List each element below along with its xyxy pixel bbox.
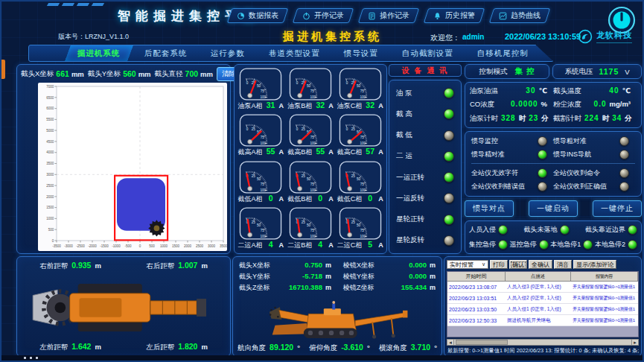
alarm-status-bar: 最新报警: 0->1测量值1 时间 2022/06/23 13: 报警统计: 0…	[447, 347, 639, 355]
one-key-start-button[interactable]: 一键启动	[529, 200, 578, 217]
stat-item: 油泵油温30℃	[470, 86, 553, 96]
tab-7[interactable]: 自移机尾控制	[465, 45, 541, 61]
comm-label: 截 低	[396, 130, 412, 140]
nav-alarm-button[interactable]: 历史报警	[424, 8, 485, 23]
comm-item: 油 泵	[396, 88, 454, 98]
scroll-thumb[interactable]	[456, 340, 508, 345]
system-voltage-label: 系统电压	[564, 67, 593, 77]
alarm-mode-value: 实时报警	[450, 261, 474, 269]
coordinate-label: 棱镜Z坐标	[343, 283, 374, 293]
svg-text:3000: 3000	[46, 173, 54, 177]
table-row[interactable]: 2022/06/23 13:08:07人员入侵3 (0正常, 1入侵)开关量报警…	[447, 282, 638, 293]
system-voltage-value: 1175	[599, 67, 619, 76]
alarm-toolbar: 实时报警 ∨ 打印确认全确认消音显示/添加评论	[447, 259, 639, 270]
tab-2[interactable]: 后配套系统	[132, 45, 200, 61]
nav-button-label: 开停记录	[314, 10, 344, 21]
current-gauges-panel: 0255075100油泵A相31A0255075100油泵B相32A025507…	[234, 64, 387, 254]
comm-label: 星轮正转	[396, 215, 424, 224]
control-mode-label: 控制模式	[479, 67, 508, 77]
scroll-right-arrow[interactable]: ►	[631, 340, 638, 345]
alarm-toolbar-button-1[interactable]: 打印	[490, 260, 508, 269]
safety-item: 本地急停2	[595, 240, 637, 250]
svg-text:0: 0	[246, 127, 249, 131]
oplog-icon	[368, 12, 376, 20]
gauge-11: 0255075100二运B相4A	[286, 206, 336, 252]
section-divider	[471, 163, 635, 164]
coordinate-label: 棱镜Y坐标	[343, 272, 374, 282]
svg-text:1500: 1500	[46, 206, 54, 209]
tab-5[interactable]: 惯导设置	[331, 45, 391, 61]
safety-label: 集控急停	[469, 240, 496, 250]
svg-text:3500: 3500	[220, 244, 227, 248]
tab-6[interactable]: 自动截割设置	[389, 45, 466, 61]
gauge-value: 4	[266, 240, 276, 249]
nav-status-item: 惯导INS导航	[553, 150, 635, 159]
angle-label: 航向角度	[237, 343, 266, 353]
status-led	[538, 136, 547, 146]
svg-text:75: 75	[360, 89, 364, 93]
nav-button-label: 历史报警	[445, 10, 475, 21]
gauge-caption: 油泵B相32A	[287, 101, 334, 111]
svg-text:1000: 1000	[46, 217, 54, 220]
gauge-dial: 0255075100	[239, 161, 282, 194]
svg-text:5500: 5500	[46, 118, 54, 121]
distance-label: 右后距帮	[146, 261, 174, 271]
coordinate-unit: m	[430, 261, 436, 269]
table-row[interactable]: 2022/06/23 13:03:50人员入侵1 (0正常, 1入侵)开关量报警…	[447, 304, 638, 315]
alarm-toolbar-button-3[interactable]: 全确认	[529, 260, 552, 269]
gauge-dial: 0255075100	[239, 68, 282, 101]
field-unit: mm	[71, 70, 84, 78]
gauge-caption: 油泵C相32A	[337, 101, 383, 111]
tab-4[interactable]: 巷道类型设置	[256, 45, 333, 61]
nav-trend-button[interactable]: 趋势曲线	[489, 8, 550, 23]
svg-text:2500: 2500	[46, 184, 54, 188]
stat-value: 0.0000	[511, 100, 538, 108]
alarm-toolbar-button-2[interactable]: 确认	[509, 260, 527, 269]
svg-text:50: 50	[357, 223, 361, 227]
gauge-value: 32	[315, 101, 325, 109]
nav-runlog-button[interactable]: 开停记录	[293, 8, 354, 23]
control-status-panel: 控制模式 集 控 系统电压 1175 V 油泵油温30℃截头温度40℃CO浓度0…	[465, 64, 642, 254]
alarm-table-hscrollbar[interactable]: ◄ ►	[447, 339, 639, 346]
svg-text:500: 500	[149, 244, 155, 248]
nav-status-label: 惯导精对准	[471, 150, 505, 159]
alarm-toolbar-button-5[interactable]: 显示/添加评论	[573, 260, 616, 269]
svg-text:-1000: -1000	[112, 244, 121, 248]
svg-text:-2500: -2500	[76, 244, 85, 248]
svg-text:100: 100	[360, 95, 366, 99]
table-row[interactable]: 2022/06/23 12:50:33掘进机导航开关继电开关量报警:报警逻辑0-…	[447, 315, 638, 326]
scroll-left-arrow[interactable]: ◄	[447, 340, 454, 345]
field-value: 560	[123, 69, 136, 78]
alarm-toolbar-button-4[interactable]: 消音	[554, 260, 572, 269]
angle-unit: °	[434, 343, 437, 352]
alarm-time: 2022/06/23 13:08:07	[447, 282, 506, 292]
distance-unit: m	[201, 261, 207, 270]
status-led	[619, 182, 629, 191]
coordinate-row: 截头Y坐标-5.718m棱镜Y坐标0.000m	[233, 271, 441, 282]
stat-item: CO浓度0.0000%	[470, 100, 553, 109]
angle-item: 俯仰角度-3.610°	[309, 343, 370, 353]
nav-report-button[interactable]: 数据报表	[227, 8, 288, 23]
alarm-column-header: 报警内容	[571, 272, 638, 282]
gauge-unit: A	[378, 102, 383, 109]
one-key-stop-button[interactable]: 一键停止	[593, 200, 642, 217]
stat-value-2: 23	[529, 114, 538, 122]
top-nav: 数据报表开停记录操作记录历史报警趋势曲线	[229, 8, 548, 23]
distance-value: 1.007	[178, 261, 197, 270]
gauge-caption: 油泵A相31A	[238, 101, 284, 111]
nav-oplog-button[interactable]: 操作记录	[358, 8, 419, 23]
svg-text:25: 25	[252, 220, 256, 224]
alarm-column-header: 开始时间	[447, 272, 506, 282]
svg-text:0: 0	[246, 81, 249, 85]
coordinate-label: 截头Z坐标	[239, 283, 270, 293]
status-led	[444, 235, 454, 246]
alarm-mode-select[interactable]: 实时报警 ∨	[447, 260, 488, 269]
stats-row: CO浓度0.0000%粉尘浓度0.0mg/m³	[470, 100, 637, 109]
tab-1[interactable]: 掘进机系统	[65, 45, 133, 61]
nav-align-button[interactable]: 惯导对点	[465, 200, 514, 217]
comm-item: 截 高	[396, 109, 454, 119]
svg-text:75: 75	[310, 228, 315, 232]
nav-status-label: 全站仪无效字符	[471, 168, 518, 178]
tab-3[interactable]: 运行参数	[198, 45, 258, 61]
table-row[interactable]: 2022/06/23 13:03:51人员入侵2 (0正常, 1入侵)开关量报警…	[447, 293, 638, 304]
